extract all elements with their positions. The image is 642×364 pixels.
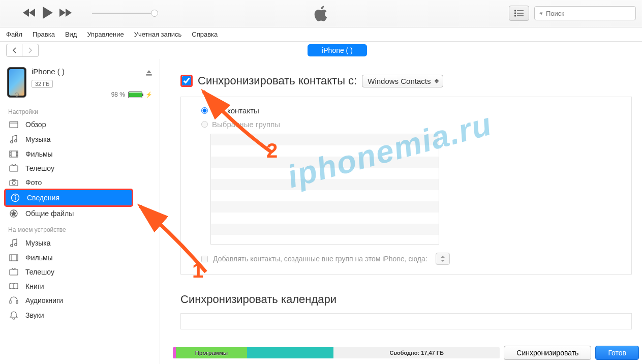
sidebar-item-label: Фото [25,178,42,187]
apps-icon [8,209,19,218]
tv-icon [8,164,19,172]
sidebar-item-music[interactable]: Музыка [0,132,160,147]
content-pane: Синхронизировать контакты с: Windows Con… [160,59,642,364]
sidebar-item-shared-files[interactable]: Общие файлы [0,206,160,221]
menu-view[interactable]: Вид [65,31,77,38]
sidebar-item-label: Музыка [25,135,51,143]
svg-point-5 [515,15,516,16]
usage-seg-other [247,347,333,358]
svg-point-3 [515,10,516,11]
sync-contacts-label: Синхронизировать контакты с: [198,74,357,87]
sidebar-dev-audiobooks[interactable]: Аудиокниги [0,293,160,308]
menu-controls[interactable]: Управление [87,31,124,38]
device-name: iPhone ( ) [32,67,152,76]
svg-rect-9 [10,122,18,128]
bell-icon [8,311,19,320]
radio-selected-groups[interactable]: Выбранные группы [201,120,611,129]
sync-calendars-header: Синхронизировать календари [180,293,632,306]
groups-list [210,134,439,245]
contacts-panel: Все контакты Выбранные группы Добавлять … [180,97,632,275]
sidebar-dev-tvshows[interactable]: Телешоу [0,265,160,279]
add-outside-checkbox[interactable] [201,256,208,262]
apple-logo-icon [314,5,329,24]
sidebar-item-movies[interactable]: Фильмы [0,147,160,161]
books-icon [8,283,19,290]
play-button[interactable] [41,6,53,21]
sidebar-item-label: Телешоу [25,268,54,276]
prev-track-button[interactable] [23,8,36,19]
radio-label: Выбранные группы [212,120,280,129]
sidebar-item-label: Общие файлы [25,209,74,218]
radio-label: Все контакты [212,106,259,115]
sidebar: iPhone ( ) 32 ГБ 98 % ⚡ Настройки Обзор … [0,59,160,364]
svg-rect-22 [10,166,18,171]
battery-icon [128,92,142,98]
player-bar: ▾ [0,0,642,27]
svg-rect-8 [146,74,151,75]
bottom-bar: Программы Свободно: 17,47 ГБ Синхронизир… [170,342,642,364]
done-button[interactable]: Готов [595,346,639,360]
battery-pct: 98 % [111,91,125,98]
sidebar-item-label: Телешоу [25,164,54,172]
sync-button[interactable]: Синхронизировать [504,346,591,360]
usage-seg-apps: Программы [176,347,247,358]
sidebar-item-info[interactable]: Сведения [4,189,133,207]
svg-rect-35 [10,269,18,275]
menu-bar: Файл Правка Вид Управление Учетная запис… [0,27,642,42]
search-box[interactable]: ▾ [534,6,636,20]
menu-help[interactable]: Справка [192,31,218,38]
movies-icon [8,254,19,261]
svg-point-28 [15,195,16,196]
nav-row: iPhone ( ) [0,42,642,59]
menu-account[interactable]: Учетная запись [134,31,182,38]
next-track-button[interactable] [58,8,72,19]
menu-file[interactable]: Файл [6,31,22,38]
summary-icon [8,121,19,128]
sidebar-dev-movies[interactable]: Фильмы [0,251,160,265]
charging-icon: ⚡ [145,92,152,98]
device-pill[interactable]: iPhone ( ) [308,44,367,56]
sidebar-item-label: Звуки [25,311,44,319]
calendars-panel [180,313,632,329]
sync-source-dropdown[interactable]: Windows Contacts [362,75,443,87]
sync-contacts-checkbox[interactable] [182,76,191,85]
device-block: iPhone ( ) 32 ГБ 98 % ⚡ [0,62,160,103]
eject-icon[interactable] [145,69,152,78]
camera-icon [8,179,19,186]
settings-section-title: Настройки [0,103,160,117]
sync-contacts-row: Синхронизировать контакты с: Windows Con… [180,74,632,87]
sidebar-item-label: Сведения [27,194,59,202]
sidebar-item-label: Обзор [25,120,46,129]
group-select-stepper[interactable] [436,253,450,265]
volume-slider[interactable] [92,13,155,14]
sidebar-dev-tones[interactable]: Звуки [0,308,160,323]
device-thumbnail [7,67,26,98]
forward-button[interactable] [22,44,39,57]
usage-seg-free: Свободно: 17,47 ГБ [333,347,500,358]
search-input[interactable] [546,10,631,17]
music-icon [8,238,19,248]
sidebar-item-label: Музыка [25,239,51,247]
tv-icon [8,268,19,276]
svg-rect-25 [12,179,15,180]
sidebar-dev-music[interactable]: Музыка [0,235,160,251]
sidebar-item-photos[interactable]: Фото [0,175,160,190]
sidebar-dev-books[interactable]: Книги [0,279,160,293]
on-device-section-title: На моем устройстве [0,221,160,235]
sidebar-item-label: Фильмы [25,150,53,158]
capacity-badge: 32 ГБ [32,80,53,88]
add-outside-label: Добавлять контакты, созданные вне групп … [213,255,427,263]
list-view-button[interactable] [509,6,529,21]
menu-edit[interactable]: Правка [33,31,55,38]
back-button[interactable] [6,44,22,57]
audiobook-icon [8,296,19,305]
sync-contacts-checkbox-highlight [180,75,193,87]
sidebar-item-label: Фильмы [25,254,53,262]
music-icon [8,135,19,144]
storage-usage-bar: Программы Свободно: 17,47 ГБ [173,347,500,358]
radio-all-contacts[interactable]: Все контакты [201,106,611,115]
sidebar-item-label: Книги [25,282,44,290]
sidebar-item-summary[interactable]: Обзор [0,117,160,132]
svg-point-4 [515,13,516,14]
sidebar-item-tvshows[interactable]: Телешоу [0,161,160,175]
